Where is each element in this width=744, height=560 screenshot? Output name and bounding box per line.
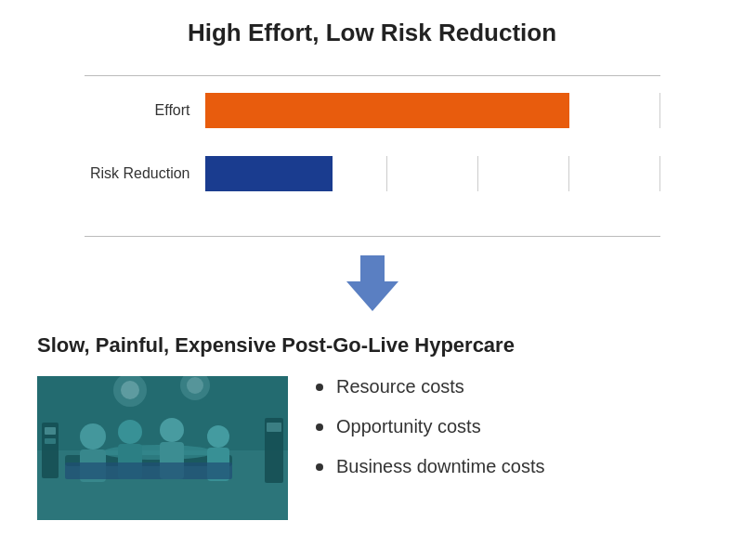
chart-label-effort: Effort [85, 102, 205, 119]
page-title: High Effort, Low Risk Reduction [37, 19, 707, 47]
down-arrow-icon [349, 255, 396, 311]
bottom-content: Resource costs Opportunity costs Busines… [37, 376, 707, 520]
list-item: Business downtime costs [316, 456, 545, 477]
list-item: Opportunity costs [316, 416, 545, 437]
bullet-dot [316, 384, 323, 391]
bullet-list: Resource costs Opportunity costs Busines… [316, 376, 545, 496]
svg-rect-22 [37, 376, 288, 520]
chart-row-risk: Risk Reduction [85, 156, 660, 191]
chart-area: Effort Risk Reduction [85, 75, 660, 237]
bullet-dot [316, 463, 323, 471]
chart-bar-container-risk [205, 156, 660, 191]
chart-row-effort: Effort [85, 93, 660, 128]
bullet-text: Business downtime costs [336, 456, 545, 477]
bullet-text: Resource costs [336, 376, 464, 397]
bottom-title: Slow, Painful, Expensive Post-Go-Live Hy… [37, 333, 707, 358]
bullet-dot [316, 423, 323, 431]
chart-wrapper: Effort Risk Reduction [85, 75, 660, 237]
bullet-text: Opportunity costs [336, 416, 481, 437]
chart-bar-container-effort [205, 93, 660, 128]
chart-bar-risk [205, 156, 333, 191]
arrow-section [37, 255, 707, 315]
chart-bar-effort [205, 93, 569, 128]
list-item: Resource costs [316, 376, 545, 397]
chart-label-risk: Risk Reduction [85, 165, 205, 182]
surgery-image [37, 376, 288, 520]
